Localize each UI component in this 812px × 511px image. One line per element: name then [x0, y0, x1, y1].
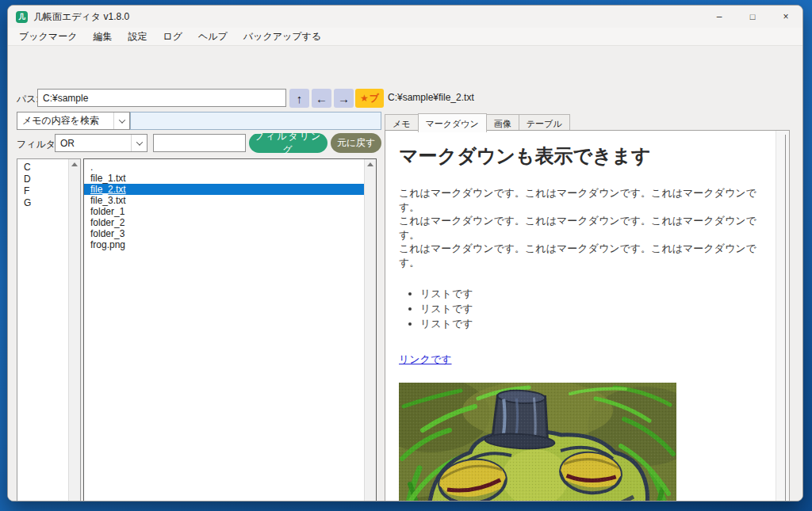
forward-button[interactable]: →: [334, 89, 354, 108]
chevron-down-icon: [113, 112, 129, 129]
list-item: リストです: [420, 287, 776, 301]
file-item[interactable]: .: [84, 162, 364, 173]
chevron-down-icon: [131, 135, 147, 151]
scroll-up-icon[interactable]: [367, 162, 373, 166]
filter-mode-value: OR: [56, 138, 131, 149]
list-item: リストです: [420, 317, 776, 331]
file-item[interactable]: frog.png: [84, 239, 364, 250]
file-list: .file_1.txtfile_2.txtfile_3.txtfolder_1f…: [83, 158, 377, 501]
drive-list: CDFG: [17, 158, 81, 501]
app-icon-glyph: 几: [18, 12, 25, 22]
bookmark-button-label: ブ: [370, 92, 379, 105]
file-item[interactable]: file_3.txt: [84, 195, 364, 206]
markdown-preview-panel: マークダウンも表示できます これはマークダウンです。これはマークダウンです。これ…: [385, 130, 790, 501]
file-item[interactable]: file_1.txt: [84, 173, 364, 184]
content-scrollbar[interactable]: [776, 131, 789, 501]
search-input[interactable]: [130, 112, 381, 130]
window-title: 几帳面エディタ v1.8.0: [33, 10, 129, 24]
file-item[interactable]: file_2.txt: [84, 184, 364, 195]
paragraph-line: これはマークダウンです。これはマークダウンです。これはマークダウンです。: [399, 242, 776, 269]
list-item: リストです: [420, 302, 776, 316]
filter-mode-select[interactable]: OR: [55, 134, 147, 152]
client-area: パス: ↑ ← → ★ ブ メモの内容を検索 フィルター: OR フィルタリング: [8, 46, 802, 501]
minimize-button[interactable]: –: [703, 6, 736, 28]
menu-item[interactable]: 編集: [85, 28, 120, 46]
content-scrollbar-thumb[interactable]: [785, 135, 786, 501]
menu-item[interactable]: バックアップする: [236, 28, 329, 46]
app-icon: 几: [16, 11, 28, 23]
drive-item[interactable]: F: [17, 185, 68, 197]
bookmark-button[interactable]: ★ ブ: [355, 89, 384, 108]
drive-item[interactable]: C: [17, 162, 68, 174]
markdown-link[interactable]: リンクです: [399, 353, 452, 367]
title-bar: 几 几帳面エディタ v1.8.0 – □ ×: [8, 6, 802, 28]
markdown-heading: マークダウンも表示できます: [399, 143, 776, 169]
drive-item[interactable]: G: [17, 197, 68, 209]
file-item[interactable]: folder_1: [84, 206, 364, 217]
app-window: 几 几帳面エディタ v1.8.0 – □ × ブックマーク編集設定ログヘルプバッ…: [7, 5, 803, 501]
drive-item[interactable]: D: [17, 174, 68, 185]
viewer-tab[interactable]: マークダウン: [418, 113, 487, 132]
menu-item[interactable]: ブックマーク: [11, 28, 85, 46]
markdown-list: リストですリストですリストです: [399, 287, 776, 331]
file-item[interactable]: folder_3: [84, 228, 364, 239]
frog-image: [399, 383, 676, 501]
close-button[interactable]: ×: [769, 6, 802, 28]
up-button[interactable]: ↑: [289, 89, 309, 108]
file-list-scrollbar[interactable]: [364, 159, 376, 501]
menu-item[interactable]: 設定: [120, 28, 155, 46]
viewer-file-path: C:¥sample¥file_2.txt: [388, 92, 474, 103]
maximize-button[interactable]: □: [736, 6, 769, 28]
desktop-background: 几 几帳面エディタ v1.8.0 – □ × ブックマーク編集設定ログヘルプバッ…: [0, 0, 812, 511]
markdown-content: マークダウンも表示できます これはマークダウンです。これはマークダウンです。これ…: [385, 131, 776, 501]
filter-reset-button[interactable]: 元に戻す: [331, 133, 381, 153]
filter-apply-button[interactable]: フィルタリング: [249, 133, 327, 153]
markdown-paragraph: これはマークダウンです。これはマークダウンです。これはマークダウンです。これはマ…: [399, 186, 776, 269]
path-input[interactable]: [37, 89, 286, 107]
star-icon: ★: [360, 93, 369, 104]
drive-list-scrollbar[interactable]: [68, 159, 80, 501]
back-button[interactable]: ←: [312, 89, 331, 108]
filter-input[interactable]: [153, 134, 246, 152]
scroll-up-icon[interactable]: [71, 162, 78, 166]
paragraph-line: これはマークダウンです。これはマークダウンです。これはマークダウンです。: [399, 214, 776, 242]
search-mode-value: メモの内容を検索: [17, 114, 113, 128]
window-controls: – □ ×: [703, 6, 802, 28]
search-mode-select[interactable]: メモの内容を検索: [17, 112, 130, 130]
paragraph-line: これはマークダウンです。これはマークダウンです。これはマークダウンです。: [399, 186, 776, 214]
menu-item[interactable]: ヘルプ: [190, 28, 236, 46]
menu-item[interactable]: ログ: [155, 28, 190, 46]
menu-bar: ブックマーク編集設定ログヘルプバックアップする: [8, 28, 802, 46]
file-item[interactable]: folder_2: [84, 217, 364, 228]
path-label: パス:: [17, 93, 39, 106]
